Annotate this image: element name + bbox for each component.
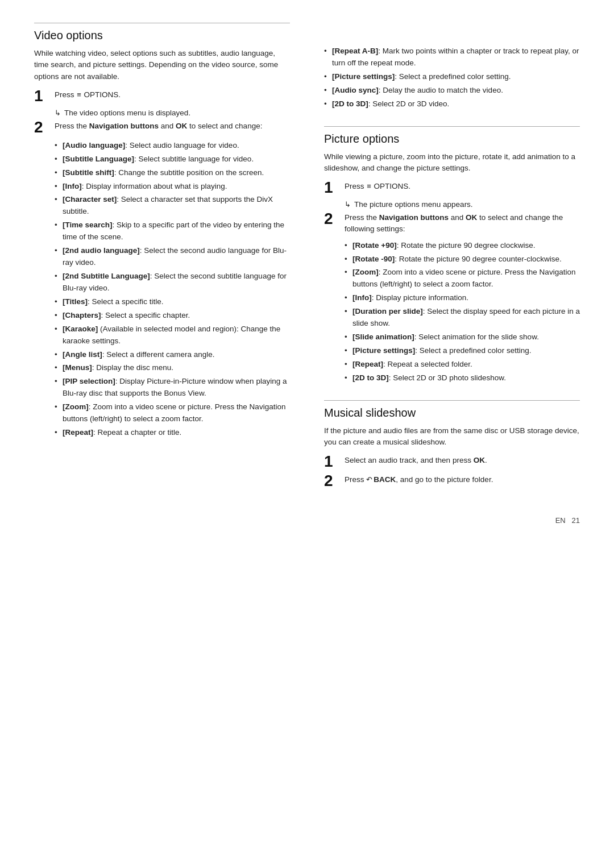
video-step2: 2 Press the Navigation buttons and OK to… (34, 121, 290, 135)
picture-options-intro: While viewing a picture, zoom into the p… (324, 151, 580, 175)
picture-step1: 1 Press ≡ OPTIONS. (324, 181, 580, 196)
list-item: [Character set]: Select a character set … (55, 194, 290, 218)
video-step1: 1 Press ≡ OPTIONS. (34, 89, 290, 104)
options-icon: ≡ (77, 89, 81, 101)
musical-step2-post: , and go to the picture folder. (396, 475, 493, 484)
picture-divider (324, 126, 580, 127)
step2-content: Press the Navigation buttons and OK to s… (55, 121, 290, 132)
section-divider (34, 23, 290, 23)
list-item: [Rotate -90]: Rotate the picture 90 degr… (345, 254, 580, 265)
list-item: [Zoom]: Zoom into a video scene or pictu… (345, 267, 580, 290)
musical-slideshow-intro: If the picture and audio files are from … (324, 425, 580, 448)
step1-content: Press ≡ OPTIONS. (55, 89, 290, 101)
video-options-title: Video options (34, 29, 290, 42)
list-item: [Rotate +90]: Rotate the picture 90 degr… (345, 240, 580, 252)
list-item: [Audio language]: Select audio language … (55, 140, 290, 152)
list-item: [PIP selection]: Display Picture-in-Pict… (55, 376, 290, 400)
picture-step1-arrow: ↳ The picture options menu appears. (345, 200, 580, 209)
step1-text-pre: Press (55, 90, 76, 99)
musical-step2-pre: Press (345, 475, 366, 484)
page-footer: EN 21 (34, 516, 580, 525)
list-item: [Repeat]: Repeat a chapter or title. (55, 427, 290, 439)
pic-options-icon: ≡ (367, 181, 371, 192)
musical-step1-bold: OK (474, 456, 485, 464)
musical-divider (324, 400, 580, 401)
picture-step2: 2 Press the Navigation buttons and OK to… (324, 212, 580, 235)
list-item: [Zoom]: Zoom into a video scene or pictu… (55, 401, 290, 425)
list-item: [2nd audio language]: Select the second … (55, 245, 290, 269)
list-item: [Picture settings]: Select a predefined … (324, 71, 580, 83)
step2-text-mid: and (159, 122, 176, 130)
musical-step2-bold: BACK (374, 475, 396, 484)
video-options-section: Video options While watching video, sele… (34, 23, 290, 439)
list-item: [Audio sync]: Delay the audio to match t… (324, 85, 580, 97)
musical-slideshow-section: Musical slideshow If the picture and aud… (324, 400, 580, 489)
musical-step1-post: . (485, 456, 487, 464)
video-bullets: [Audio language]: Select audio language … (55, 140, 290, 439)
picture-step2-number: 2 (324, 211, 340, 227)
list-item: [2D to 3D]: Select 2D or 3D video. (324, 98, 580, 110)
list-item: [Repeat A-B]: Mark two points within a c… (324, 45, 580, 69)
pic-step1-pre: Press (345, 182, 366, 190)
step2-bold1: Navigation buttons (89, 122, 159, 130)
list-item: [Time search]: Skip to a specific part o… (55, 219, 290, 243)
list-item: [2D to 3D]: Select 2D or 3D photo slides… (345, 372, 580, 384)
pic-step2-pre: Press the (345, 213, 379, 222)
pic-step2-bold2: OK (466, 213, 477, 222)
pic-step2-mid: and (449, 213, 466, 222)
musical-step2: 2 Press ↶ BACK, and go to the picture fo… (324, 474, 580, 489)
right-column: [Repeat A-B]: Mark two points within a c… (318, 23, 580, 505)
musical-slideshow-title: Musical slideshow (324, 406, 580, 420)
picture-bullets: [Rotate +90]: Rotate the picture 90 degr… (345, 240, 580, 384)
picture-options-title: Picture options (324, 132, 580, 146)
picture-step1-number: 1 (324, 180, 340, 196)
musical-step1-number: 1 (324, 454, 340, 470)
step2-bold2: OK (176, 122, 187, 130)
step2-text-post: to select and change: (187, 122, 262, 130)
list-item: [Karaoke] (Available in selected model a… (55, 323, 290, 347)
musical-step2-content: Press ↶ BACK, and go to the picture fold… (345, 474, 580, 485)
step1-arrow-text: The video options menu is displayed. (64, 109, 190, 117)
video-options-intro: While watching video, select options suc… (34, 48, 290, 82)
picture-step2-content: Press the Navigation buttons and OK to s… (345, 212, 580, 235)
list-item: [Info]: Display information about what i… (55, 181, 290, 193)
step1-number: 1 (34, 88, 50, 104)
list-item: [Info]: Display picture information. (345, 292, 580, 304)
footer-page: 21 (572, 516, 580, 525)
list-item: [Subtitle shift]: Change the subtitle po… (55, 167, 290, 179)
pic-step1-post: OPTIONS. (372, 182, 410, 190)
footer-lang: EN (555, 516, 566, 525)
list-item: [Titles]: Select a specific title. (55, 296, 290, 308)
arrow-symbol: ↳ (55, 109, 61, 117)
list-item: [Menus]: Display the disc menu. (55, 362, 290, 374)
list-item: [Subtitle Language]: Select subtitle lan… (55, 153, 290, 165)
picture-options-section: Picture options While viewing a picture,… (324, 126, 580, 384)
back-icon: ↶ (366, 474, 372, 485)
left-column: Video options While watching video, sele… (34, 23, 296, 505)
picture-step1-content: Press ≡ OPTIONS. (345, 181, 580, 192)
musical-step1-text: Select an audio track, and then press (345, 456, 474, 464)
musical-step1-content: Select an audio track, and then press OK… (345, 455, 580, 466)
pic-step2-bold1: Navigation buttons (379, 213, 449, 222)
musical-step2-number: 2 (324, 473, 340, 489)
musical-step1: 1 Select an audio track, and then press … (324, 455, 580, 470)
step1-arrow: ↳ The video options menu is displayed. (55, 109, 290, 117)
step2-number: 2 (34, 119, 50, 135)
video-bullets-continued: [Repeat A-B]: Mark two points within a c… (324, 45, 580, 110)
list-item: [Angle list]: Select a different camera … (55, 349, 290, 361)
list-item: [Picture settings]: Select a predefined … (345, 345, 580, 357)
pic-arrow-symbol: ↳ (345, 200, 351, 209)
list-item: [Slide animation]: Select animation for … (345, 331, 580, 343)
list-item: [2nd Subtitle Language]: Select the seco… (55, 271, 290, 294)
list-item: [Duration per slide]: Select the display… (345, 306, 580, 330)
step1-text-post: OPTIONS. (82, 90, 121, 99)
pic-step1-arrow-text: The picture options menu appears. (354, 200, 473, 209)
video-options-continued: [Repeat A-B]: Mark two points within a c… (324, 45, 580, 110)
list-item: [Chapters]: Select a specific chapter. (55, 310, 290, 322)
list-item: [Repeat]: Repeat a selected folder. (345, 359, 580, 371)
step2-text-pre: Press the (55, 122, 89, 130)
